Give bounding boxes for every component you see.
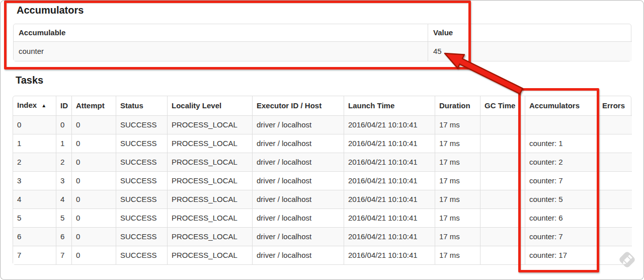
cell-attempt: 0 — [71, 115, 116, 134]
cell-gc-time — [480, 246, 525, 264]
column-header-accumulators[interactable]: Accumulators — [525, 96, 598, 115]
cell-attempt: 0 — [71, 227, 116, 246]
cell-value: 45 — [428, 41, 632, 61]
cell-errors — [598, 171, 632, 190]
column-header-label: Duration — [439, 101, 470, 110]
cell-index: 2 — [13, 153, 56, 171]
cell-accumulators: counter: 17 — [525, 246, 598, 264]
cell-executor-id-host: driver / localhost — [252, 208, 344, 227]
cell-gc-time — [480, 134, 525, 153]
column-header-duration[interactable]: Duration — [435, 96, 480, 115]
cell-accumulators — [525, 115, 598, 134]
cell-errors — [598, 227, 632, 246]
cell-duration: 17 ms — [435, 134, 480, 153]
table-row: 000SUCCESSPROCESS_LOCALdriver / localhos… — [13, 115, 632, 134]
accumulators-table: AccumulableValue counter45 — [13, 24, 631, 61]
column-header-label: Errors — [602, 101, 625, 110]
cell-id: 7 — [56, 246, 71, 264]
cell-executor-id-host: driver / localhost — [252, 190, 344, 208]
cell-locality-level: PROCESS_LOCAL — [167, 134, 252, 153]
cell-launch-time: 2016/04/21 10:10:41 — [344, 171, 435, 190]
cell-id: 4 — [56, 190, 71, 208]
cell-locality-level: PROCESS_LOCAL — [167, 153, 252, 171]
tasks-header-row: Index▲IDAttemptStatusLocality LevelExecu… — [13, 96, 632, 115]
cell-locality-level: PROCESS_LOCAL — [167, 208, 252, 227]
cell-executor-id-host: driver / localhost — [252, 153, 344, 171]
cell-executor-id-host: driver / localhost — [252, 171, 344, 190]
accumulators-heading: Accumulators — [17, 5, 84, 16]
cell-index: 7 — [13, 246, 56, 264]
column-header-index[interactable]: Index▲ — [13, 96, 56, 115]
cell-duration: 17 ms — [435, 171, 480, 190]
cell-gc-time — [480, 171, 525, 190]
cell-accumulators: counter: 7 — [525, 171, 598, 190]
cell-id: 0 — [56, 115, 71, 134]
cell-locality-level: PROCESS_LOCAL — [167, 246, 252, 264]
table-row: 770SUCCESSPROCESS_LOCALdriver / localhos… — [13, 246, 632, 264]
column-header-gc-time[interactable]: GC Time — [480, 96, 525, 115]
cell-status: SUCCESS — [116, 171, 167, 190]
cell-attempt: 0 — [71, 208, 116, 227]
cell-errors — [598, 134, 632, 153]
tasks-table: Index▲IDAttemptStatusLocality LevelExecu… — [13, 96, 631, 265]
cell-launch-time: 2016/04/21 10:10:41 — [344, 115, 435, 134]
cell-index: 1 — [13, 134, 56, 153]
cell-duration: 17 ms — [435, 115, 480, 134]
column-header-attempt[interactable]: Attempt — [71, 96, 116, 115]
column-header-label: Executor ID / Host — [257, 101, 321, 110]
column-header-label: Launch Time — [348, 101, 394, 110]
table-row: counter45 — [14, 41, 632, 61]
cell-attempt: 0 — [71, 171, 116, 190]
cell-index: 5 — [13, 208, 56, 227]
cell-launch-time: 2016/04/21 10:10:41 — [344, 190, 435, 208]
cell-errors — [598, 115, 632, 134]
cell-status: SUCCESS — [116, 208, 167, 227]
accumulators-header-row: AccumulableValue — [14, 24, 632, 41]
cell-attempt: 0 — [71, 190, 116, 208]
table-row: 440SUCCESSPROCESS_LOCALdriver / localhos… — [13, 190, 632, 208]
cell-executor-id-host: driver / localhost — [252, 227, 344, 246]
cell-gc-time — [480, 115, 525, 134]
column-header-id[interactable]: ID — [56, 96, 71, 115]
cell-id: 1 — [56, 134, 71, 153]
cell-accumulators: counter: 7 — [525, 227, 598, 246]
table-row: 110SUCCESSPROCESS_LOCALdriver / localhos… — [13, 134, 632, 153]
cell-accumulators: counter: 2 — [525, 153, 598, 171]
column-header-locality-level[interactable]: Locality Level — [167, 96, 252, 115]
cell-accumulators: counter: 6 — [525, 208, 598, 227]
cell-locality-level: PROCESS_LOCAL — [167, 115, 252, 134]
cell-duration: 17 ms — [435, 153, 480, 171]
column-header-label: Accumulable — [19, 28, 65, 37]
table-row: 550SUCCESSPROCESS_LOCALdriver / localhos… — [13, 208, 632, 227]
cell-duration: 17 ms — [435, 190, 480, 208]
column-header-label: ID — [60, 101, 68, 110]
cell-index: 0 — [13, 115, 56, 134]
cell-status: SUCCESS — [116, 227, 167, 246]
sort-ascending-icon: ▲ — [41, 103, 46, 108]
cell-gc-time — [480, 208, 525, 227]
column-header-label: GC Time — [485, 101, 515, 110]
column-header-executor-id-host[interactable]: Executor ID / Host — [252, 96, 344, 115]
tasks-heading: Tasks — [16, 75, 43, 86]
cell-launch-time: 2016/04/21 10:10:41 — [344, 227, 435, 246]
cell-duration: 17 ms — [435, 227, 480, 246]
cell-errors — [598, 153, 632, 171]
spark-stage-page: Accumulators AccumulableValue counter45 … — [0, 0, 644, 280]
cell-launch-time: 2016/04/21 10:10:41 — [344, 208, 435, 227]
cell-executor-id-host: driver / localhost — [252, 246, 344, 264]
cell-executor-id-host: driver / localhost — [252, 115, 344, 134]
cell-locality-level: PROCESS_LOCAL — [167, 227, 252, 246]
cell-duration: 17 ms — [435, 208, 480, 227]
table-row: 220SUCCESSPROCESS_LOCALdriver / localhos… — [13, 153, 632, 171]
cell-attempt: 0 — [71, 134, 116, 153]
table-row: 660SUCCESSPROCESS_LOCALdriver / localhos… — [13, 227, 632, 246]
column-header-label: Attempt — [76, 101, 105, 110]
column-header-launch-time[interactable]: Launch Time — [344, 96, 435, 115]
cell-attempt: 0 — [71, 246, 116, 264]
column-header-label: Accumulators — [529, 101, 580, 110]
column-header-errors[interactable]: Errors — [598, 96, 632, 115]
cell-index: 3 — [13, 171, 56, 190]
column-header-status[interactable]: Status — [116, 96, 167, 115]
cell-locality-level: PROCESS_LOCAL — [167, 190, 252, 208]
column-header-value: Value — [428, 24, 632, 41]
